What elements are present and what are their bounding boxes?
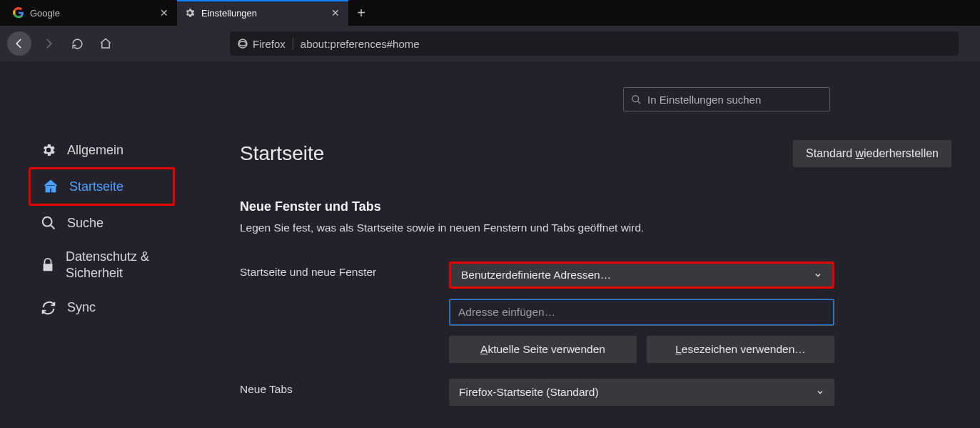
home-button[interactable] <box>94 32 117 55</box>
forward-button[interactable] <box>37 32 60 55</box>
row-label-newtabs: Neue Tabs <box>240 379 449 396</box>
chevron-down-icon <box>814 271 822 279</box>
reload-button[interactable] <box>66 32 89 55</box>
use-current-page-button[interactable]: Aktuelle Seite verwenden <box>449 336 637 363</box>
svg-point-0 <box>238 39 247 48</box>
select-value: Firefox-Startseite (Standard) <box>459 386 599 399</box>
input-placeholder: Adresse einfügen… <box>458 306 555 319</box>
row-homepage: Startseite und neue Fenster Benutzerdefi… <box>240 262 951 363</box>
svg-point-2 <box>43 217 52 227</box>
identity-box[interactable]: Firefox <box>237 38 293 50</box>
sidebar-item-privacy[interactable]: Datenschutz & Sicherheit <box>29 240 175 291</box>
tab-title: Google <box>30 8 158 19</box>
newtab-mode-select[interactable]: Firefox-Startseite (Standard) <box>449 379 834 406</box>
sidebar-item-label: Datenschutz & Sicherheit <box>66 249 163 282</box>
tab-settings[interactable]: Einstellungen ✕ <box>177 0 348 26</box>
row-label-homepage: Startseite und neue Fenster <box>240 262 449 279</box>
page-title: Startseite <box>240 142 324 165</box>
sidebar-item-home[interactable]: Startseite <box>29 167 175 206</box>
nav-toolbar: Firefox about:preferences#home <box>0 26 980 61</box>
homepage-url-input[interactable]: Adresse einfügen… <box>449 299 834 326</box>
restore-defaults-button[interactable]: Standard wiederherstellen <box>793 140 951 167</box>
tab-strip: Google ✕ Einstellungen ✕ + <box>0 0 980 26</box>
tab-title: Einstellungen <box>201 8 330 19</box>
url-text: about:preferences#home <box>300 38 420 50</box>
preferences-content: In Einstellungen suchen Allgemein Starts… <box>0 61 980 428</box>
homepage-button-row: Aktuelle Seite verwenden Lesezeichen ver… <box>449 336 834 363</box>
sidebar-item-general[interactable]: Allgemein <box>29 133 175 167</box>
row-newtabs: Neue Tabs Firefox-Startseite (Standard) <box>240 379 951 406</box>
use-bookmark-button[interactable]: Lesezeichen verwenden… <box>647 336 834 363</box>
sidebar-item-label: Sync <box>67 300 96 315</box>
firefox-icon <box>237 38 248 49</box>
section-description: Legen Sie fest, was als Startseite sowie… <box>240 222 951 234</box>
select-value: Benutzerdefinierte Adressen… <box>461 269 611 282</box>
main-panel: Startseite Standard wiederherstellen Neu… <box>214 61 980 428</box>
category-sidebar: Allgemein Startseite Suche Datenschutz &… <box>0 61 214 428</box>
google-favicon <box>13 7 24 19</box>
lock-icon <box>40 257 56 274</box>
gear-icon <box>40 141 57 159</box>
home-icon <box>42 178 59 195</box>
section-title: Neue Fenster und Tabs <box>240 199 951 214</box>
sidebar-item-sync[interactable]: Sync <box>29 291 175 325</box>
sidebar-item-label: Startseite <box>69 179 123 194</box>
search-icon <box>40 214 57 232</box>
sidebar-item-label: Allgemein <box>67 143 123 158</box>
new-tab-button[interactable]: + <box>348 0 374 26</box>
url-bar[interactable]: Firefox about:preferences#home <box>230 31 959 56</box>
page-header: Startseite Standard wiederherstellen <box>240 140 951 167</box>
close-icon[interactable]: ✕ <box>330 7 341 19</box>
close-icon[interactable]: ✕ <box>158 7 170 19</box>
sidebar-item-label: Suche <box>67 216 103 231</box>
sync-icon <box>40 299 57 317</box>
gear-icon <box>184 7 196 19</box>
identity-label: Firefox <box>253 38 286 50</box>
sidebar-item-search[interactable]: Suche <box>29 206 175 240</box>
chevron-down-icon <box>816 388 824 397</box>
tab-google[interactable]: Google ✕ <box>6 0 177 26</box>
back-button[interactable] <box>7 31 31 56</box>
homepage-mode-select[interactable]: Benutzerdefinierte Adressen… <box>449 262 834 289</box>
